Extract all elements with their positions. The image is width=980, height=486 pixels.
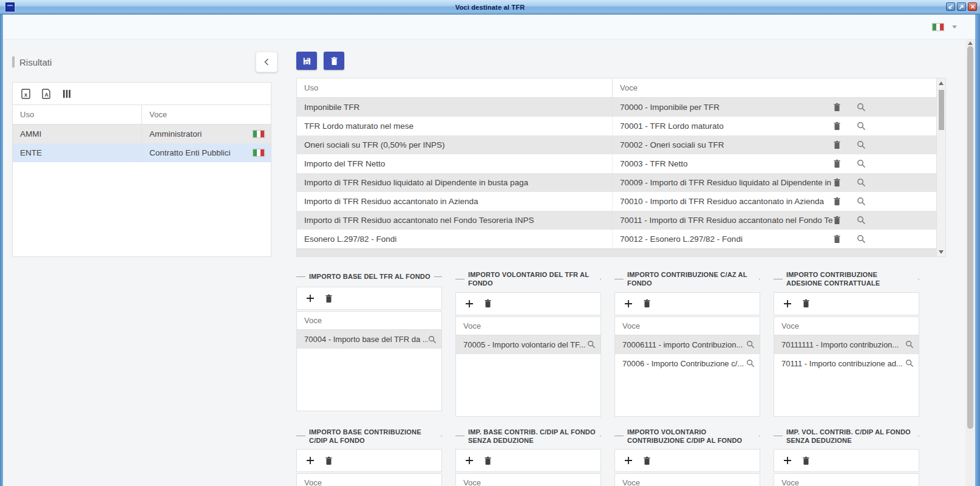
- row-search-button[interactable]: [857, 234, 866, 244]
- save-button[interactable]: [296, 52, 317, 70]
- add-voce-button[interactable]: [624, 299, 633, 308]
- maximize-button[interactable]: [957, 2, 966, 11]
- delete-voce-button[interactable]: [325, 456, 333, 465]
- close-button[interactable]: [968, 2, 977, 11]
- add-voce-button[interactable]: [783, 456, 792, 465]
- section-header: IMPORTO CONTRIBUZIONE ADESIONE CONTRATTU…: [774, 270, 919, 288]
- collapse-sidebar-button[interactable]: [256, 52, 277, 72]
- voci-table-row[interactable]: Importo di TFR Residuo accantonato nel F…: [297, 211, 936, 230]
- cell-uso: ENTE: [13, 143, 142, 162]
- row-delete-button[interactable]: [833, 140, 841, 149]
- item-search-button[interactable]: [587, 340, 596, 349]
- scrollbar-thumb[interactable]: [967, 46, 973, 429]
- voce-label: 70006111 - importo Contribuzion...: [622, 340, 746, 349]
- section-toolbar: [296, 449, 442, 472]
- add-voce-button[interactable]: [465, 299, 474, 308]
- delete-voce-button[interactable]: [484, 299, 492, 308]
- row-search-button[interactable]: [857, 197, 866, 206]
- voce-label: Amministratori: [149, 129, 202, 139]
- voci-table-row[interactable]: Imponibile TFR 70000 - Imponibile per TF…: [297, 98, 936, 117]
- cell-uso: Imponibile TFR: [297, 98, 613, 117]
- row-search-button[interactable]: [857, 140, 866, 149]
- scrollbar-thumb[interactable]: [939, 90, 944, 130]
- row-search-button[interactable]: [857, 178, 866, 187]
- delete-voce-button[interactable]: [325, 294, 333, 303]
- magnifier-icon: [746, 359, 755, 368]
- add-voce-button[interactable]: [465, 456, 474, 465]
- row-delete-button[interactable]: [833, 234, 841, 244]
- voce-section-panel: IMPORTO BASE DEL TFR AL FONDO Voce 70004…: [296, 261, 442, 417]
- add-voce-button[interactable]: [306, 294, 315, 303]
- horizontal-scrollbar[interactable]: [297, 248, 936, 256]
- voce-label: Contratto Enti Pubblici: [149, 148, 231, 157]
- pdf-export-icon[interactable]: A: [42, 89, 51, 99]
- item-search-button[interactable]: [746, 359, 755, 368]
- section-voce-item[interactable]: 70005 - Importo volontario del TF...: [456, 335, 601, 354]
- sidebar-table-row[interactable]: ENTE Contratto Enti Pubblici: [13, 143, 271, 162]
- add-voce-button[interactable]: [624, 456, 633, 465]
- row-search-button[interactable]: [857, 103, 866, 112]
- page-vertical-scrollbar[interactable]: [965, 39, 975, 486]
- add-voce-button[interactable]: [306, 456, 315, 465]
- add-voce-button[interactable]: [783, 299, 792, 308]
- voce-label: 70002 - Oneri sociali su TFR: [620, 140, 833, 149]
- scroll-up-arrow-icon[interactable]: [939, 81, 944, 85]
- section-voce-item[interactable]: 70111 - Importo contribuzione ad...: [774, 354, 919, 373]
- delete-voce-button[interactable]: [643, 456, 651, 465]
- section-title: IMPORTO VOLONTARIO DEL TFR AL FONDO: [468, 270, 596, 288]
- arrow-down-left-icon: [948, 4, 953, 10]
- voci-table-row[interactable]: Oneri sociali su TFR (0,50% per INPS) 70…: [297, 135, 936, 154]
- restore-down-button[interactable]: [946, 2, 955, 11]
- item-search-button[interactable]: [428, 335, 437, 344]
- row-delete-button[interactable]: [833, 178, 841, 187]
- row-delete-button[interactable]: [833, 216, 841, 225]
- section-voce-item[interactable]: 70111111 - Importo contribuzion...: [774, 335, 919, 354]
- trash-icon: [330, 56, 338, 66]
- row-search-button[interactable]: [857, 122, 866, 131]
- section-voce-item[interactable]: 70006 - Importo Contribuzione c/...: [615, 354, 760, 373]
- voci-table-row[interactable]: TFR Lordo maturato nel mese 70001 - TFR …: [297, 117, 936, 135]
- delete-voce-button[interactable]: [484, 456, 492, 465]
- magnifier-icon: [857, 122, 866, 131]
- voci-table-row[interactable]: Importo di TFR Residuo accantonato in Az…: [297, 192, 936, 211]
- scroll-up-arrow-icon[interactable]: [968, 41, 973, 45]
- columns-icon[interactable]: [63, 89, 71, 98]
- item-search-button[interactable]: [746, 340, 755, 349]
- voci-table-row[interactable]: Importo di TFR Residuo liquidato al Dipe…: [297, 173, 936, 192]
- item-search-button[interactable]: [905, 359, 914, 368]
- delete-voce-button[interactable]: [643, 299, 651, 308]
- item-search-button[interactable]: [905, 340, 914, 349]
- magnifier-icon: [428, 335, 437, 344]
- window-border-left: [0, 15, 3, 486]
- row-search-button[interactable]: [857, 216, 866, 225]
- row-delete-button[interactable]: [833, 122, 841, 131]
- voci-table-header: Uso Voce: [297, 78, 936, 98]
- delete-button[interactable]: [324, 52, 344, 70]
- section-voce-item[interactable]: 70006111 - importo Contribuzion...: [615, 335, 760, 354]
- delete-voce-button[interactable]: [802, 456, 810, 465]
- cell-voce: 70001 - TFR Lordo maturato: [613, 117, 936, 135]
- col-header-voce: Voce: [456, 317, 601, 335]
- header-line: [759, 436, 760, 436]
- row-delete-button[interactable]: [833, 159, 841, 168]
- row-delete-button[interactable]: [833, 103, 841, 112]
- voci-table-row[interactable]: Esonero L.297/82 - Fondi 70012 - Esonero…: [297, 230, 936, 248]
- trash-icon: [484, 456, 492, 465]
- section-title: IMPORTO VOLONTARIO CONTRIBUZIONE C/DIP A…: [627, 428, 755, 445]
- delete-voce-button[interactable]: [802, 299, 810, 308]
- scroll-down-arrow-icon[interactable]: [939, 250, 944, 254]
- close-icon: [970, 4, 975, 9]
- col-header-voce: Voce: [615, 317, 760, 335]
- excel-export-icon[interactable]: x: [21, 89, 30, 99]
- language-selector[interactable]: [932, 23, 957, 31]
- trash-icon: [833, 216, 841, 225]
- row-search-button[interactable]: [857, 159, 866, 168]
- table-vertical-scrollbar[interactable]: [936, 78, 945, 256]
- section-voce-item[interactable]: 70004 - Importo base del TFR da ...: [297, 330, 441, 349]
- voci-table-row[interactable]: Importo del TFR Netto 70003 - TFR Netto: [297, 154, 936, 173]
- cell-voce: 70000 - Imponibile per TFR: [613, 98, 936, 117]
- row-delete-button[interactable]: [833, 197, 841, 206]
- sidebar-results-table: Uso Voce AMMI Amministratori ENTE Contra…: [13, 105, 271, 162]
- sidebar-table-row[interactable]: AMMI Amministratori: [13, 125, 271, 143]
- section-header: IMPORTO BASE DEL TFR AL FONDO: [296, 270, 442, 282]
